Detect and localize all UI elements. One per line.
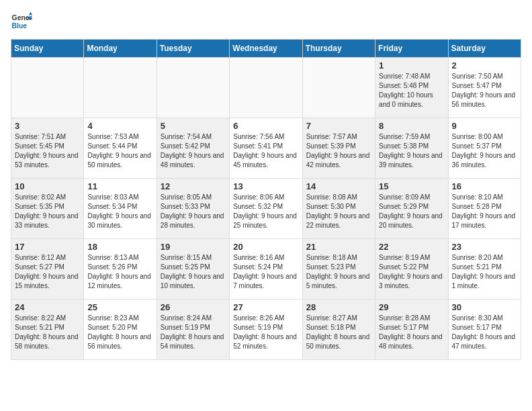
header: General Blue [11, 11, 521, 32]
header-row: SundayMondayTuesdayWednesdayThursdayFrid… [11, 40, 521, 58]
day-info: Sunrise: 7:56 AM Sunset: 5:41 PM Dayligh… [233, 132, 298, 170]
day-number: 10 [15, 181, 80, 191]
day-cell: 2Sunrise: 7:50 AM Sunset: 5:47 PM Daylig… [448, 58, 521, 118]
day-info: Sunrise: 8:16 AM Sunset: 5:24 PM Dayligh… [233, 253, 298, 291]
day-cell: 29Sunrise: 8:28 AM Sunset: 5:17 PM Dayli… [375, 300, 448, 360]
week-row-1: 1Sunrise: 7:48 AM Sunset: 5:48 PM Daylig… [11, 58, 521, 118]
day-info: Sunrise: 7:53 AM Sunset: 5:44 PM Dayligh… [87, 132, 152, 170]
day-cell: 11Sunrise: 8:03 AM Sunset: 5:34 PM Dayli… [84, 179, 157, 239]
day-info: Sunrise: 8:18 AM Sunset: 5:23 PM Dayligh… [306, 253, 371, 291]
day-cell: 5Sunrise: 7:54 AM Sunset: 5:42 PM Daylig… [157, 118, 229, 179]
day-info: Sunrise: 8:05 AM Sunset: 5:33 PM Dayligh… [161, 193, 226, 230]
calendar-body: 1Sunrise: 7:48 AM Sunset: 5:48 PM Daylig… [11, 58, 521, 360]
day-info: Sunrise: 8:20 AM Sunset: 5:21 PM Dayligh… [452, 253, 517, 291]
day-info: Sunrise: 8:23 AM Sunset: 5:20 PM Dayligh… [87, 314, 152, 351]
day-number: 13 [233, 181, 298, 191]
calendar-table: SundayMondayTuesdayWednesdayThursdayFrid… [11, 39, 521, 360]
day-cell: 20Sunrise: 8:16 AM Sunset: 5:24 PM Dayli… [230, 239, 302, 300]
day-number: 30 [452, 302, 517, 312]
week-row-3: 10Sunrise: 8:02 AM Sunset: 5:35 PM Dayli… [11, 179, 521, 239]
day-info: Sunrise: 8:22 AM Sunset: 5:21 PM Dayligh… [15, 314, 80, 351]
day-number: 21 [306, 242, 371, 252]
day-number: 9 [452, 121, 517, 131]
day-cell [302, 58, 375, 118]
day-cell [230, 58, 302, 118]
logo: General Blue [11, 11, 32, 32]
logo-icon: General Blue [11, 11, 32, 32]
day-number: 2 [452, 60, 517, 71]
day-cell: 14Sunrise: 8:08 AM Sunset: 5:30 PM Dayli… [302, 179, 375, 239]
col-header-tuesday: Tuesday [157, 40, 229, 58]
day-cell: 30Sunrise: 8:30 AM Sunset: 5:17 PM Dayli… [448, 300, 521, 360]
day-number: 16 [452, 181, 517, 191]
day-number: 23 [452, 242, 517, 252]
day-number: 26 [161, 302, 226, 312]
col-header-friday: Friday [375, 40, 448, 58]
day-cell: 19Sunrise: 8:15 AM Sunset: 5:25 PM Dayli… [157, 239, 229, 300]
day-info: Sunrise: 8:24 AM Sunset: 5:19 PM Dayligh… [161, 314, 226, 351]
day-info: Sunrise: 8:13 AM Sunset: 5:26 PM Dayligh… [87, 253, 152, 291]
day-number: 8 [379, 121, 444, 131]
day-cell: 17Sunrise: 8:12 AM Sunset: 5:27 PM Dayli… [11, 239, 84, 300]
day-number: 22 [379, 242, 444, 252]
day-info: Sunrise: 8:15 AM Sunset: 5:25 PM Dayligh… [161, 253, 226, 291]
day-info: Sunrise: 7:50 AM Sunset: 5:47 PM Dayligh… [452, 72, 517, 109]
day-number: 5 [161, 121, 226, 131]
day-cell: 28Sunrise: 8:27 AM Sunset: 5:18 PM Dayli… [302, 300, 375, 360]
col-header-sunday: Sunday [11, 40, 84, 58]
day-cell: 22Sunrise: 8:19 AM Sunset: 5:22 PM Dayli… [375, 239, 448, 300]
day-info: Sunrise: 8:03 AM Sunset: 5:34 PM Dayligh… [87, 193, 152, 230]
calendar-header: SundayMondayTuesdayWednesdayThursdayFrid… [11, 40, 521, 58]
day-number: 28 [306, 302, 371, 312]
day-cell: 7Sunrise: 7:57 AM Sunset: 5:39 PM Daylig… [302, 118, 375, 179]
day-info: Sunrise: 8:08 AM Sunset: 5:30 PM Dayligh… [306, 193, 371, 230]
day-info: Sunrise: 8:19 AM Sunset: 5:22 PM Dayligh… [379, 253, 444, 291]
day-number: 29 [379, 302, 444, 312]
day-cell: 27Sunrise: 8:26 AM Sunset: 5:19 PM Dayli… [230, 300, 302, 360]
day-cell [84, 58, 157, 118]
day-number: 18 [87, 242, 152, 252]
day-cell [157, 58, 229, 118]
week-row-2: 3Sunrise: 7:51 AM Sunset: 5:45 PM Daylig… [11, 118, 521, 179]
day-cell: 15Sunrise: 8:09 AM Sunset: 5:29 PM Dayli… [375, 179, 448, 239]
week-row-5: 24Sunrise: 8:22 AM Sunset: 5:21 PM Dayli… [11, 300, 521, 360]
day-number: 1 [379, 60, 444, 71]
day-number: 15 [379, 181, 444, 191]
day-cell: 24Sunrise: 8:22 AM Sunset: 5:21 PM Dayli… [11, 300, 84, 360]
day-number: 20 [233, 242, 298, 252]
day-cell: 25Sunrise: 8:23 AM Sunset: 5:20 PM Dayli… [84, 300, 157, 360]
day-info: Sunrise: 7:48 AM Sunset: 5:48 PM Dayligh… [379, 72, 444, 109]
day-info: Sunrise: 7:59 AM Sunset: 5:38 PM Dayligh… [379, 132, 444, 170]
col-header-thursday: Thursday [302, 40, 375, 58]
day-info: Sunrise: 8:09 AM Sunset: 5:29 PM Dayligh… [379, 193, 444, 230]
day-cell [11, 58, 84, 118]
col-header-monday: Monday [84, 40, 157, 58]
day-number: 3 [15, 121, 80, 131]
week-row-4: 17Sunrise: 8:12 AM Sunset: 5:27 PM Dayli… [11, 239, 521, 300]
day-number: 17 [15, 242, 80, 252]
day-cell: 1Sunrise: 7:48 AM Sunset: 5:48 PM Daylig… [375, 58, 448, 118]
day-cell: 26Sunrise: 8:24 AM Sunset: 5:19 PM Dayli… [157, 300, 229, 360]
day-info: Sunrise: 8:27 AM Sunset: 5:18 PM Dayligh… [306, 314, 371, 351]
day-number: 19 [161, 242, 226, 252]
day-cell: 12Sunrise: 8:05 AM Sunset: 5:33 PM Dayli… [157, 179, 229, 239]
day-cell: 4Sunrise: 7:53 AM Sunset: 5:44 PM Daylig… [84, 118, 157, 179]
day-cell: 3Sunrise: 7:51 AM Sunset: 5:45 PM Daylig… [11, 118, 84, 179]
day-number: 14 [306, 181, 371, 191]
day-cell: 13Sunrise: 8:06 AM Sunset: 5:32 PM Dayli… [230, 179, 302, 239]
day-number: 4 [87, 121, 152, 131]
day-info: Sunrise: 8:12 AM Sunset: 5:27 PM Dayligh… [15, 253, 80, 291]
day-cell: 18Sunrise: 8:13 AM Sunset: 5:26 PM Dayli… [84, 239, 157, 300]
day-cell: 8Sunrise: 7:59 AM Sunset: 5:38 PM Daylig… [375, 118, 448, 179]
day-cell: 21Sunrise: 8:18 AM Sunset: 5:23 PM Dayli… [302, 239, 375, 300]
day-number: 25 [87, 302, 152, 312]
day-number: 6 [233, 121, 298, 131]
day-cell: 6Sunrise: 7:56 AM Sunset: 5:41 PM Daylig… [230, 118, 302, 179]
day-number: 7 [306, 121, 371, 131]
day-info: Sunrise: 7:51 AM Sunset: 5:45 PM Dayligh… [15, 132, 80, 170]
day-info: Sunrise: 8:06 AM Sunset: 5:32 PM Dayligh… [233, 193, 298, 230]
svg-text:Blue: Blue [12, 22, 28, 30]
day-cell: 10Sunrise: 8:02 AM Sunset: 5:35 PM Dayli… [11, 179, 84, 239]
day-info: Sunrise: 8:30 AM Sunset: 5:17 PM Dayligh… [452, 314, 517, 351]
day-number: 12 [161, 181, 226, 191]
